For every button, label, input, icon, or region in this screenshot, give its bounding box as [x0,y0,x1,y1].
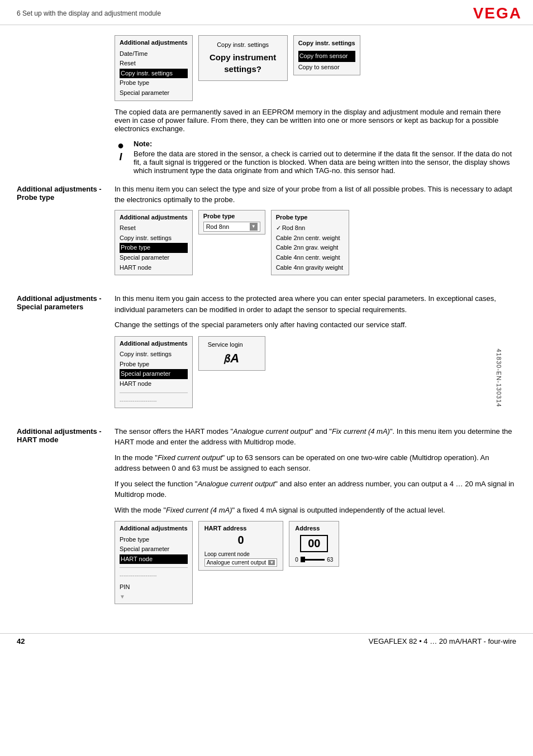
service-login-title: Service login [208,341,256,348]
special-menu-box: Additional adjustments Copy instr. setti… [115,336,193,408]
probe-type-content: In this menu item you can select the typ… [115,184,516,283]
hart-mode-content: The sensor offers the HART modes "Analog… [115,426,516,611]
address-slider-track[interactable] [301,559,325,561]
probe-options-box: Probe type Rod 8nn Cable 2nn centr. weig… [271,210,349,276]
page-number: 42 [17,637,25,645]
main-content: Additional adjustments Date/Time Reset C… [0,25,533,628]
special-params-section: Additional adjustments - Special paramet… [17,293,516,414]
menu-item-reset: Reset [120,59,188,69]
special-params-content: In this menu item you gain access to the… [115,293,516,414]
probe-menu-title: Additional adjustments [120,213,188,223]
side-label: 41830-EN-130314 [496,349,503,408]
note-section: ● I Note: Before the data are stored in … [17,140,516,175]
hart-menu-title: Additional adjustments [120,524,188,534]
intro-menu-title: Additional adjustments [120,38,188,48]
probe-options-title: Probe type [276,213,344,223]
note-content: Note: Before the data are stored in the … [134,140,516,175]
loop-current-dropdown[interactable]: Analogue current output ▼ [204,558,278,567]
page: 6 Set up with the display and adjustment… [0,0,533,756]
address-value-display: 00 [300,535,328,552]
probe-option-rod8nn[interactable]: Rod 8nn [276,223,344,233]
probe-body-text: In this menu item you can select the typ… [115,184,516,205]
special-widgets: Additional adjustments Copy instr. setti… [115,336,516,408]
probe-menu-reset: Reset [120,223,188,233]
special-params-label: Additional adjustments - Special paramet… [17,293,115,414]
address-display-box: Address 00 0 63 [289,521,339,567]
special-menu-special[interactable]: Special parameter [120,369,188,379]
hart-menu-hartnode[interactable]: HART node [120,554,188,564]
header-title: 6 Set up with the display and adjustment… [17,9,161,17]
hart-mode-section: Additional adjustments - HART mode The s… [17,426,516,611]
note-label: Note: [134,140,152,148]
hart-menu-divider: -------------------- [120,571,188,580]
hart-address-box: HART address 0 Loop current node Analogu… [198,521,284,571]
hart-menu-box: Additional adjustments Probe type Specia… [115,521,193,604]
hart-mode-label: Additional adjustments - HART mode [17,426,115,611]
intro-body: The copied data are permanently saved in… [17,108,516,133]
copy-from-sensor[interactable]: Copy from sensor [298,51,355,62]
hart-menu-probe: Probe type [120,535,188,545]
probe-dropdown[interactable]: Rod 8nn ▼ [203,222,260,232]
special-menu-probe: Probe type [120,360,188,370]
dialog-title: Copy instr. settings [208,41,278,48]
hart-para-4: With the mode "Fixed current (4 mA)" a f… [115,505,516,516]
special-para-2: Change the settings of the special param… [115,319,516,331]
intro-menu-box: Additional adjustments Date/Time Reset C… [115,35,193,101]
menu-item-probe: Probe type [120,78,188,88]
loop-current-arrow[interactable]: ▼ [268,560,275,565]
hart-para-3: If you select the function "Analogue cur… [115,479,516,500]
hart-para-1: The sensor offers the HART modes "Analog… [115,426,516,448]
page-footer: 42 VEGAFLEX 82 • 4 … 20 mA/HART - four-w… [0,633,533,649]
probe-menu-probetype[interactable]: Probe type [120,243,188,253]
service-login-icon: ꞵA [208,351,256,366]
probe-option-cable4g[interactable]: Cable 4nn gravity weight [276,263,344,273]
menu-item-copy-instr[interactable]: Copy instr. settings [120,69,188,79]
note-text: Before the data are stored in the sensor… [134,150,516,175]
dialog-main-text: Copy instrument settings? [208,51,278,75]
slider-handle[interactable] [301,557,305,562]
intro-paragraph: The copied data are permanently saved in… [115,108,516,133]
copy-options-title: Copy instr. settings [298,38,355,49]
address-display-title: Address [295,525,333,532]
address-display-value: 00 [295,535,333,552]
hart-widgets: Additional adjustments Probe type Specia… [115,521,516,604]
info-icon: I [119,152,122,162]
menu-item-special: Special parameter [120,88,188,98]
probe-option-cable2c[interactable]: Cable 2nn centr. weight [276,233,344,243]
probe-dropdown-widget: Probe type Rod 8nn ▼ [198,210,265,235]
loop-current-label: Loop current node Analogue current outpu… [204,551,278,567]
copy-options-box: Copy instr. settings Copy from sensor Co… [293,35,360,75]
probe-widgets: Additional adjustments Reset Copy instr.… [115,210,516,276]
hart-menu-special: Special parameter [120,544,188,554]
copy-instrument-dialog: Copy instr. settings Copy instrument set… [198,35,288,81]
intro-widgets: Additional adjustments Date/Time Reset C… [115,35,516,101]
address-slider-container: 0 63 [295,557,333,563]
copy-to-sensor[interactable]: Copy to sensor [298,62,355,73]
probe-type-label: Additional adjustments - Probe type [17,184,115,283]
hart-menu-arrow: ▼ [120,592,188,601]
special-para-1: In this menu item you gain access to the… [115,293,516,315]
probe-menu-hart: HART node [120,263,188,273]
hart-address-value: 0 [204,534,278,547]
probe-dropdown-label: Probe type [203,213,260,219]
service-login-box: Service login ꞵA [198,336,265,371]
probe-type-section: Additional adjustments - Probe type In t… [17,184,516,283]
menu-item-datetime: Date/Time [120,49,188,59]
special-menu-hart: HART node [120,379,188,389]
probe-option-cable2g[interactable]: Cable 2nn grav. weight [276,243,344,253]
page-header: 6 Set up with the display and adjustment… [0,0,533,25]
special-menu-copy: Copy instr. settings [120,350,188,360]
note-icon-container: ● I [115,140,127,175]
vega-logo: VEGA [473,4,522,22]
hart-address-title: HART address [204,525,278,532]
probe-option-cable4c[interactable]: Cable 4nn centr. weight [276,253,344,263]
probe-menu-special: Special parameter [120,253,188,263]
bullet-icon: ● [117,140,124,151]
probe-menu-box: Additional adjustments Reset Copy instr.… [115,210,193,276]
product-name: VEGAFLEX 82 • 4 … 20 mA/HART - four-wire [369,637,516,645]
special-menu-divider: -------------------- [120,396,188,405]
hart-menu-pin: PIN [120,582,188,592]
probe-menu-copy: Copy instr. settings [120,233,188,243]
special-menu-title: Additional adjustments [120,339,188,349]
dropdown-arrow-icon[interactable]: ▼ [250,223,258,231]
